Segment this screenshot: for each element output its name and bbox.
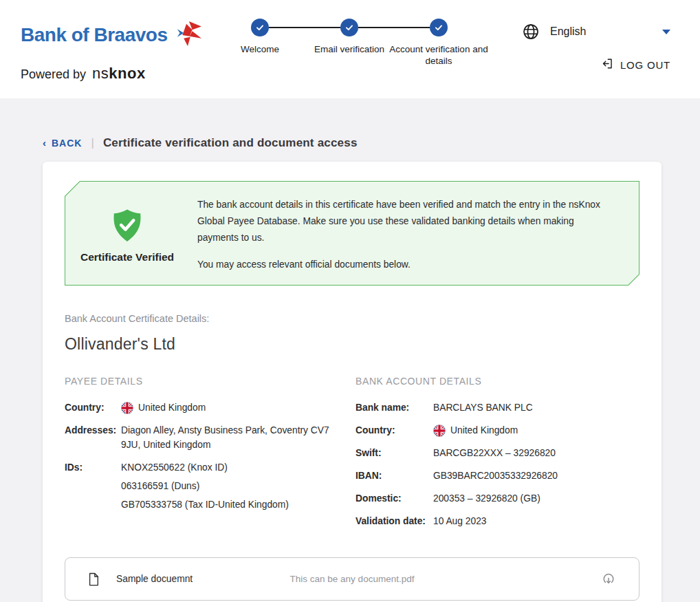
globe-icon [522, 23, 540, 41]
page-title: Certificate verification and document ac… [103, 136, 358, 150]
document-hint: This can be any document.pdf [65, 574, 639, 584]
payee-ids-label: IDs: [65, 460, 121, 516]
bank-domestic-row: Domestic: 200353 – 32926820 (GB) [356, 491, 639, 506]
bank-name-label: Bank name: [356, 400, 433, 415]
bank-country-row: Country: [356, 423, 639, 438]
logout-label: LOG OUT [620, 59, 670, 71]
bank-name-value: BARCLAYS BANK PLC [433, 400, 533, 415]
payee-ids-row: IDs: KNOX2550622 (Knox ID) 063166591 (Du… [65, 460, 356, 516]
certificate-details-label: Bank Account Certificate Details: [65, 313, 639, 324]
payee-addresses-value: Diagon Alley, Ansty Business Park, Coven… [121, 423, 334, 452]
download-icon[interactable] [600, 571, 617, 588]
payee-id-tax: GB705333758 (Tax ID-United Kingdom) [121, 497, 289, 512]
validation-date-label: Validation date: [356, 514, 433, 528]
payee-addresses-row: Addresses: Diagon Alley, Ansty Business … [65, 423, 356, 452]
uk-flag-icon [433, 424, 446, 437]
step-3-check-icon [430, 19, 448, 36]
bank-swift-row: Swift: BARCGB22XXX – 32926820 [356, 446, 639, 460]
page-content: ‹ BACK | Certificate verification and do… [0, 136, 700, 602]
bank-country-value: United Kingdom [450, 423, 518, 438]
progress-stepper: Welcome Email verification Account verif… [251, 19, 448, 75]
breadcrumb: ‹ BACK | Certificate verification and do… [39, 136, 661, 150]
bank-iban-value: GB39BARC20035332926820 [433, 469, 558, 483]
bank-details-heading: BANK ACCOUNT DETAILS [356, 376, 639, 387]
bank-domestic-label: Domestic: [356, 491, 433, 506]
logout-icon [601, 57, 614, 72]
payee-id-duns: 063166591 (Duns) [121, 479, 289, 493]
certificate-card: Certificate Verified The bank account de… [43, 162, 661, 602]
uk-flag-icon [121, 402, 133, 414]
company-name: Ollivander's Ltd [65, 335, 639, 354]
bank-account-details-section: BANK ACCOUNT DETAILS Bank name: BARCLAYS… [356, 376, 639, 537]
header-right: English LOG OUT [522, 23, 670, 72]
logo-block: Bank of Braavos Powered by nsknox [21, 21, 201, 83]
bank-swift-label: Swift: [356, 446, 433, 460]
banner-paragraph-1: The bank account details in this certifi… [197, 197, 611, 246]
payee-addresses-label: Addresses: [65, 423, 121, 452]
certificate-verified-banner: Certificate Verified The bank account de… [65, 181, 639, 286]
payee-country-value: United Kingdom [138, 400, 206, 415]
bank-logo-bird-icon [173, 21, 201, 50]
step-connector [269, 27, 340, 28]
language-value: English [550, 25, 586, 38]
chevron-down-icon [662, 30, 670, 34]
bank-domestic-value: 200353 – 32926820 (GB) [433, 491, 540, 506]
back-button[interactable]: ‹ BACK [43, 138, 82, 149]
step-1-check-icon [251, 19, 269, 36]
banner-paragraph-2: You may access relevant official documen… [197, 257, 611, 273]
step-label-account-verification: Account verification and details [387, 43, 490, 67]
step-2-check-icon [340, 19, 358, 36]
bank-logo-text: Bank of Braavos [21, 24, 167, 46]
powered-by-label: Powered by [21, 67, 86, 82]
bank-iban-label: IBAN: [356, 469, 433, 483]
bank-country-label: Country: [356, 423, 433, 438]
payee-details-heading: PAYEE DETAILS [65, 376, 356, 387]
title-divider: | [91, 136, 94, 150]
language-selector[interactable]: English [522, 23, 670, 41]
payee-details-section: PAYEE DETAILS Country: [65, 376, 356, 537]
payee-id-knox: KNOX2550622 (Knox ID) [121, 460, 289, 475]
chevron-left-icon: ‹ [43, 137, 47, 149]
bank-swift-value: BARCGB22XXX – 32926820 [433, 446, 556, 460]
shield-check-icon [111, 208, 143, 243]
back-label: BACK [52, 138, 82, 149]
step-label-welcome: Welcome [208, 43, 311, 55]
bank-name-row: Bank name: BARCLAYS BANK PLC [356, 400, 639, 415]
app-header: Bank of Braavos Powered by nsknox [0, 0, 700, 98]
payee-country-row: Country: [65, 400, 356, 415]
payee-country-label: Country: [65, 400, 121, 415]
bank-iban-row: IBAN: GB39BARC20035332926820 [356, 469, 639, 483]
bank-validation-date-row: Validation date: 10 Aug 2023 [356, 514, 639, 528]
step-label-email-verification: Email verification [298, 43, 401, 55]
certificate-verified-label: Certificate Verified [80, 251, 174, 264]
nsknox-wordmark: nsknox [92, 65, 146, 83]
validation-date-value: 10 Aug 2023 [433, 514, 487, 528]
step-connector [358, 27, 430, 28]
document-row[interactable]: Sample docuemnt This can be any document… [65, 557, 639, 601]
logout-button[interactable]: LOG OUT [522, 57, 670, 72]
